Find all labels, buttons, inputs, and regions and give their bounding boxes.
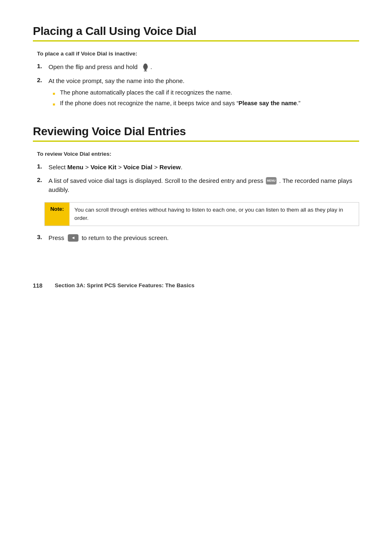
step-2-num: 2. — [37, 76, 48, 83]
section2-intro: To review Voice Dial entries: — [37, 151, 359, 157]
note-label: Note: — [45, 203, 69, 226]
section1-steps: 1. Open the flip and press and hold . — [37, 62, 359, 110]
section2-step-2-num: 2. — [37, 176, 48, 183]
footer-section-text: Section 3A: Sprint PCS Service Features:… — [55, 282, 194, 288]
section2-step-3-num: 3. — [37, 233, 48, 240]
section1-divider — [33, 40, 359, 42]
back-icon: ◀ BACK — [68, 234, 78, 242]
sub-bullet-2-before: If the phone does not recognize the name… — [60, 100, 238, 106]
step-1: 1. Open the flip and press and hold . — [37, 62, 359, 72]
voice-dial-label: Voice Dial — [123, 164, 152, 171]
section2-divider — [33, 141, 359, 142]
section1-sub-bullets: ■ The phone automatically places the cal… — [53, 88, 359, 108]
sub-bullet-2: ■ If the phone does not recognize the na… — [53, 99, 359, 108]
section2-step-2-before: A list of saved voice dial tags is displ… — [48, 177, 265, 184]
step-2-content: At the voice prompt, say the name into t… — [48, 76, 359, 110]
step-2: 2. At the voice prompt, say the name int… — [37, 76, 359, 110]
section-placing-call: Placing a Call Using Voice Dial To place… — [33, 25, 359, 110]
section2-steps: 1. Select Menu > Voice Kit > Voice Dial … — [37, 163, 359, 195]
sep1: > — [83, 164, 90, 171]
page-content: Placing a Call Using Voice Dial To place… — [33, 25, 359, 289]
footer-page-number: 118 — [33, 282, 42, 289]
section2-step-2-content: A list of saved voice dial tags is displ… — [48, 176, 359, 195]
section2-step-3-after: to return to the previous screen. — [82, 234, 169, 241]
step-1-text-before: Open the flip and press and hold — [48, 63, 139, 70]
section1-title: Placing a Call Using Voice Dial — [33, 25, 359, 38]
section-reviewing: Reviewing Voice Dial Entries To review V… — [33, 125, 359, 243]
sub-bullet-2-after: .” — [297, 100, 300, 106]
section2-step-3-content: Press ◀ BACK to return to the previous s… — [48, 233, 359, 243]
section2-step-2: 2. A list of saved voice dial tags is di… — [37, 176, 359, 195]
sub-bullet-2-text: If the phone does not recognize the name… — [60, 99, 300, 108]
sep3: > — [152, 164, 159, 171]
period: . — [181, 164, 182, 171]
page-footer: 118 Section 3A: Sprint PCS Service Featu… — [33, 258, 359, 289]
note-text: You can scroll through entries without h… — [69, 203, 359, 226]
section2-step-1-content: Select Menu > Voice Kit > Voice Dial > R… — [48, 163, 359, 172]
bullet-dot-1: ■ — [53, 90, 57, 97]
svg-rect-2 — [145, 70, 146, 71]
review-label: Review — [159, 164, 181, 171]
menu-label: Menu — [67, 164, 83, 171]
step-2-text: At the voice prompt, say the name into t… — [48, 77, 184, 84]
press-label: Press — [48, 234, 64, 241]
section2-step3-list: 3. Press ◀ BACK to return to the previou… — [37, 233, 359, 243]
sub-bullet-1: ■ The phone automatically places the cal… — [53, 88, 359, 97]
section2-step-1-select: Select — [48, 164, 67, 171]
section2-step-1: 1. Select Menu > Voice Kit > Voice Dial … — [37, 163, 359, 172]
section1-intro: To place a call if Voice Dial is inactiv… — [37, 51, 359, 57]
step-1-text-after: . — [150, 63, 152, 70]
sub-bullet-2-bold: Please say the name — [238, 100, 297, 106]
section2-step-1-num: 1. — [37, 163, 48, 170]
sub-bullet-1-text: The phone automatically places the call … — [60, 88, 232, 97]
sep2: > — [116, 164, 123, 171]
step-1-num: 1. — [37, 62, 48, 69]
voice-kit-label: Voice Kit — [90, 164, 116, 171]
menu-ok-icon: MENUOK — [266, 177, 277, 185]
voice-dial-icon — [141, 62, 150, 72]
bullet-dot-2: ■ — [53, 101, 57, 107]
step-1-content: Open the flip and press and hold . — [48, 62, 359, 72]
svg-rect-3 — [144, 71, 147, 72]
note-box: Note: You can scroll through entries wit… — [44, 202, 359, 226]
section2-step-3: 3. Press ◀ BACK to return to the previou… — [37, 233, 359, 243]
section2-title: Reviewing Voice Dial Entries — [33, 125, 359, 138]
